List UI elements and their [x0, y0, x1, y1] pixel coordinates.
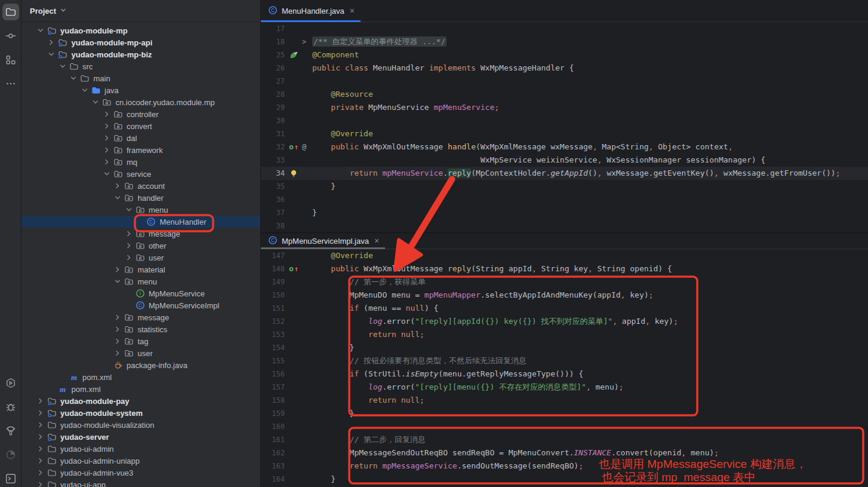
chevron-right-icon[interactable] [35, 444, 46, 454]
tree-item-yudao-module-pay[interactable]: yudao-module-pay [21, 395, 260, 407]
code-line-34[interactable]: 34 return mpMenuService.reply(MpContextH… [261, 167, 868, 180]
tree-item-mpmenuserviceimpl[interactable]: CMpMenuServiceImpl [21, 299, 260, 311]
close-icon[interactable]: × [374, 236, 379, 246]
line-number[interactable]: 27 [261, 75, 285, 88]
chevron-down-icon[interactable] [68, 73, 79, 83]
tree-item-message[interactable]: message [21, 311, 260, 323]
tree-item-framework[interactable]: framework [21, 144, 260, 156]
tab-menuhandler-java[interactable]: C MenuHandler.java × [261, 0, 361, 22]
chevron-right-icon[interactable] [112, 324, 124, 334]
line-number[interactable]: 35 [261, 180, 285, 193]
code-line-25[interactable]: 25@Component [261, 48, 868, 62]
code-line-155[interactable]: 155 // 按钮必须要有消息类型，不然后续无法回复消息 [261, 354, 868, 367]
tab-mpmenuserviceimpl-java[interactable]: C MpMenuServiceImpl.java × [261, 233, 385, 249]
overrides-icon[interactable]: o [289, 140, 294, 154]
chevron-down-icon[interactable] [123, 205, 134, 215]
line-number[interactable]: 162 [261, 446, 285, 460]
tree-item-controller[interactable]: controller [21, 108, 260, 120]
tree-item-yudao-ui-admin-vue3[interactable]: yudao-ui-admin-vue3 [21, 467, 260, 479]
chevron-right-icon[interactable] [101, 145, 112, 155]
terminal-icon[interactable] [2, 470, 19, 487]
code-line-152[interactable]: 152 log.error("[reply][appId({}) key({})… [261, 315, 868, 328]
line-number[interactable]: 36 [261, 193, 285, 206]
code-line-147[interactable]: 147 @Override [261, 249, 868, 262]
code-line-37[interactable]: 37} [261, 206, 868, 219]
code-line-159[interactable]: 159 } [261, 407, 868, 420]
line-number[interactable]: 156 [261, 367, 285, 381]
code-line-158[interactable]: 158 return null; [261, 394, 868, 407]
tree-item-pom-xml[interactable]: mpom.xml [21, 371, 260, 383]
code-line-27[interactable]: 27 [261, 75, 868, 88]
line-number[interactable]: 149 [261, 275, 285, 289]
editor-bottom-mpmenuserviceimpl[interactable]: 147 @Override148o↑ public WxMpXmlOutMess… [261, 249, 868, 487]
code-line-36[interactable]: 36 [261, 193, 868, 206]
chevron-right-icon[interactable] [123, 229, 134, 238]
tree-item-statistics[interactable]: statistics [21, 323, 260, 335]
code-line-31[interactable]: 31 @Override [261, 127, 868, 140]
line-number[interactable]: 164 [261, 473, 285, 486]
line-number[interactable]: 151 [261, 302, 285, 315]
line-number[interactable]: 17 [261, 22, 285, 35]
tree-item-yudao-module-mp-biz[interactable]: yudao-module-mp-biz [21, 48, 260, 60]
line-number[interactable]: 37 [261, 206, 285, 219]
editor-top-menuhandler[interactable]: 1718>/** 自定义菜单的事件处理器 ...*/25@Component26… [261, 22, 868, 232]
chevron-right-icon[interactable] [101, 121, 112, 131]
tree-item-pom-xml[interactable]: mpom.xml [21, 383, 260, 395]
code-line-164[interactable]: 164 } [261, 473, 868, 486]
code-line-28[interactable]: 28 @Resource [261, 88, 868, 101]
chevron-right-icon[interactable] [35, 408, 46, 418]
line-number[interactable]: 29 [261, 101, 285, 114]
tree-item-package-info-java[interactable]: package-info.java [21, 359, 260, 371]
chevron-down-icon[interactable] [57, 62, 68, 71]
project-folder-icon[interactable] [2, 4, 19, 20]
line-number[interactable]: 158 [261, 394, 285, 407]
line-number[interactable]: 25 [261, 48, 285, 62]
chevron-right-icon[interactable] [101, 157, 112, 167]
tree-item-yudao-module-mp-api[interactable]: yudao-module-mp-api [21, 36, 260, 48]
line-number[interactable]: 18 [261, 35, 285, 48]
tree-item-menu[interactable]: menu [21, 204, 260, 216]
line-number[interactable]: 155 [261, 354, 285, 367]
tree-item-convert[interactable]: convert [21, 120, 260, 132]
code-line-18[interactable]: 18>/** 自定义菜单的事件处理器 ...*/ [261, 35, 868, 48]
line-number[interactable]: 160 [261, 420, 285, 433]
tree-item-yudao-module-system[interactable]: yudao-module-system [21, 407, 260, 419]
tree-item-cn-iocoder-yudao-module-mp[interactable]: cn.iocoder.yudao.module.mp [21, 96, 260, 108]
tree-item-tag[interactable]: tag [21, 335, 260, 347]
chevron-down-icon[interactable] [112, 193, 124, 203]
tree-item-mpmenuservice[interactable]: IMpMenuService [21, 287, 260, 299]
tree-item-yudao-ui-admin-uniapp[interactable]: yudao-ui-admin-uniapp [21, 455, 260, 467]
code-line-162[interactable]: 162 MpMessageSendOutReqBO sendReqBO = Mp… [261, 446, 868, 460]
chevron-down-icon[interactable] [35, 26, 46, 35]
build-icon[interactable] [2, 422, 19, 439]
chevron-right-icon[interactable] [35, 396, 46, 406]
chevron-down-icon[interactable] [101, 169, 112, 179]
code-line-150[interactable]: 150 MpMenuDO menu = mpMenuMapper.selectB… [261, 289, 868, 302]
code-line-30[interactable]: 30 [261, 114, 868, 127]
line-number[interactable]: 153 [261, 328, 285, 341]
run-services-icon[interactable] [2, 375, 19, 391]
tree-item-message[interactable]: message [21, 228, 260, 240]
commit-icon[interactable] [2, 27, 19, 44]
chevron-right-icon[interactable] [101, 133, 112, 143]
line-number[interactable]: 26 [261, 62, 285, 75]
project-panel-header[interactable]: Project [21, 0, 260, 22]
tree-item-yudao-ui-app[interactable]: yudao-ui-app [21, 479, 260, 487]
code-line-163[interactable]: 163 return mpMessageService.sendOutMessa… [261, 460, 868, 473]
code-line-32[interactable]: 32o↑@ public WxMpXmlOutMessage handle(Wx… [261, 140, 868, 154]
tree-item-menuhandler[interactable]: CMenuHandler [21, 216, 260, 228]
tree-item-main[interactable]: main [21, 72, 260, 84]
chevron-right-icon[interactable] [101, 109, 112, 119]
profiler-icon[interactable] [2, 446, 19, 463]
structure-icon[interactable] [2, 51, 19, 68]
code-line-156[interactable]: 156 if (StrUtil.isEmpty(menu.getReplyMes… [261, 367, 868, 381]
chevron-down-icon[interactable] [90, 97, 101, 107]
tree-item-mq[interactable]: mq [21, 156, 260, 168]
chevron-down-icon[interactable] [112, 277, 124, 286]
chevron-right-icon[interactable] [35, 468, 46, 477]
line-number[interactable]: 159 [261, 407, 285, 420]
tree-item-java[interactable]: java [21, 84, 260, 96]
tree-item-dal[interactable]: dal [21, 132, 260, 144]
code-line-35[interactable]: 35 } [261, 180, 868, 193]
code-line-26[interactable]: 26public class MenuHandler implements Wx… [261, 62, 868, 75]
